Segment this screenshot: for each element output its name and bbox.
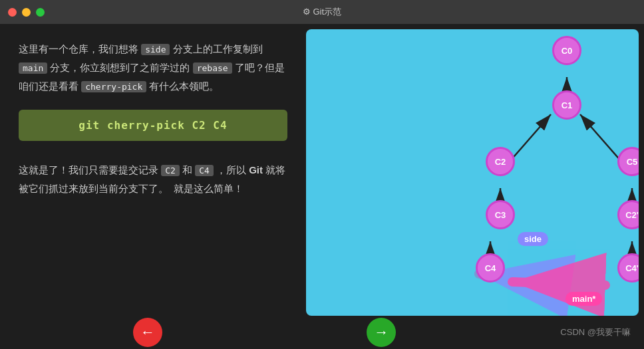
node-C4: C4 — [476, 253, 505, 283]
left-panel: 这里有一个仓库，我们想将 side 分支上的工作复制到 main 分支，你立刻想… — [0, 24, 306, 316]
paragraph-2: 这就是了！我们只需要提交记录 C2 和 C4 ，所以 Git 就将被它们抓过来放… — [19, 161, 287, 198]
code-side: side — [141, 44, 170, 55]
diagram-svg — [306, 29, 639, 316]
code-cherry-pick: cherry-pick — [81, 81, 146, 92]
bottom-bar: ← → CSDN @我要干嘛 — [0, 316, 644, 349]
maximize-button[interactable] — [36, 8, 45, 17]
node-C0: C0 — [552, 36, 581, 65]
label-side: side — [518, 232, 548, 246]
paragraph-1: 这里有一个仓库，我们想将 side 分支上的工作复制到 main 分支，你立刻想… — [19, 40, 287, 95]
git-diagram: C0 C1 C2 C3 C4 C5 C2' C4' side main* — [306, 29, 639, 316]
code-rebase: rebase — [193, 62, 232, 74]
back-button[interactable]: ← — [133, 318, 162, 347]
node-C1: C1 — [552, 90, 581, 120]
main-content: 这里有一个仓库，我们想将 side 分支上的工作复制到 main 分支，你立刻想… — [0, 24, 644, 316]
forward-button[interactable]: → — [367, 318, 396, 347]
traffic-lights — [8, 8, 45, 17]
titlebar: ⚙ Git示范 — [0, 0, 644, 24]
git-command-button[interactable]: git cherry-pick C2 C4 — [19, 110, 287, 141]
back-icon: ← — [140, 324, 155, 341]
label-main-star: main* — [565, 292, 602, 306]
code-main: main — [19, 62, 47, 74]
forward-icon: → — [374, 324, 389, 341]
window-title: ⚙ Git示范 — [303, 6, 341, 18]
close-button[interactable] — [8, 8, 17, 17]
code-c2: C2 — [161, 165, 180, 176]
credit-text: CSDN @我要干嘛 — [560, 326, 631, 338]
node-C3: C3 — [486, 200, 515, 229]
node-C2: C2 — [486, 147, 515, 176]
code-c4: C4 — [195, 165, 214, 176]
minimize-button[interactable] — [22, 8, 31, 17]
